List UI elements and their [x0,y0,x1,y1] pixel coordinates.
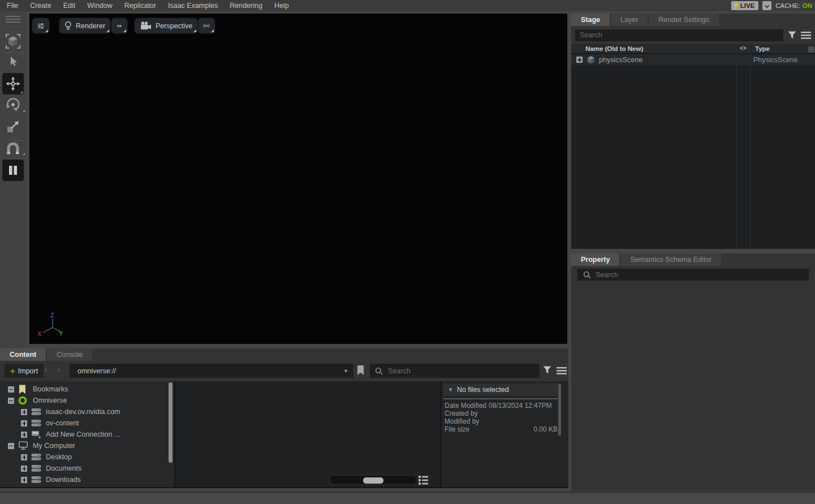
content-search-input[interactable] [370,364,540,378]
drive-icon [31,476,42,484]
tree-item-omniverse[interactable]: Omniverse [0,395,174,406]
live-button-label: LIVE [740,2,755,9]
modified-by-label: Modified by [445,417,479,425]
scale-icon [6,120,20,133]
computer-icon [18,441,29,450]
tree-item-label: Omniverse [33,397,67,404]
content-search[interactable] [370,364,540,378]
collapse-icon[interactable] [8,398,14,404]
renderer-button[interactable]: Renderer [59,18,111,34]
menu-isaac-examples[interactable]: Isaac Examples [168,2,218,10]
menu-replicator[interactable]: Replicator [124,2,156,10]
address-dropdown-icon[interactable]: ▼ [343,368,348,374]
tree-item-add-new-connection[interactable]: Add New Connection ... [0,429,174,440]
menu-edit[interactable]: Edit [63,2,76,10]
address-bar[interactable]: ▼ [70,364,353,378]
file-grid-area[interactable] [175,381,440,487]
tree-item-label: My Computer [33,442,75,450]
tree-item-downloads[interactable]: Downloads [0,474,174,485]
filter-icon[interactable] [788,31,796,39]
visibility-button[interactable] [111,18,128,34]
tab-console[interactable]: Console [47,348,92,361]
scrollbar-thumb[interactable] [558,384,561,436]
thumbnail-size-slider[interactable] [330,475,417,485]
type-column-header[interactable]: Type [755,45,770,52]
details-header[interactable]: ▼ No files selected [443,384,558,396]
expand-icon[interactable] [21,466,27,472]
broadcast-button[interactable] [197,18,215,34]
nav-back-button[interactable]: ‹ [45,364,48,374]
menu-help[interactable]: Help [274,2,289,10]
tree-item-documents[interactable]: Documents [0,463,174,474]
slider-handle[interactable] [363,477,383,484]
list-view-icon[interactable] [419,476,428,487]
toolbar-grip-handle[interactable] [0,16,26,24]
menu-create[interactable]: Create [30,2,51,10]
tree-item-bookmarks[interactable]: Bookmarks [0,384,174,395]
tab-content[interactable]: Content [0,348,46,361]
select-mode-icon[interactable] [0,33,26,50]
options-menu-icon[interactable] [557,367,567,377]
caret-down-icon: ▼ [448,387,453,393]
nav-forward-button[interactable]: › [57,364,60,374]
tab-semantics-schema-editor[interactable]: Semantics Schema Editor [620,253,721,266]
expand-icon[interactable] [21,477,27,483]
eye-icon [117,23,122,29]
stage-row-physics-scene[interactable]: physicsScene PhysicsScene [571,54,815,65]
expand-icon[interactable] [21,409,27,415]
snap-tool-button[interactable] [0,143,26,156]
visibility-column-icon[interactable] [739,45,747,52]
menu-rendering[interactable]: Rendering [230,2,262,10]
collapse-icon[interactable] [8,386,14,393]
search-icon [375,367,383,375]
camera-perspective-button[interactable]: Perspective [134,18,198,34]
property-search-input[interactable] [577,269,809,281]
pause-button[interactable] [2,160,24,181]
tree-item-partial[interactable] [0,485,174,487]
file-size-label: File size [445,425,469,433]
name-column-header[interactable]: Name (Old to New) [585,45,643,52]
server-icon [31,408,42,416]
move-tool-button[interactable] [2,73,24,94]
stage-search-input[interactable] [575,29,783,41]
tab-stage[interactable]: Stage [571,14,610,26]
menu-file[interactable]: File [7,2,18,10]
collapse-icon[interactable] [8,443,14,449]
scrollbar-nub[interactable] [808,46,814,53]
bookmark-icon[interactable] [356,365,365,378]
date-modified-label: Date Modified [445,402,486,410]
tab-render-settings[interactable]: Render Settings [649,14,719,26]
select-tool-button[interactable] [0,56,26,67]
modified-by-row: Modified by [445,417,558,425]
render-settings-button[interactable] [32,18,50,34]
expand-icon[interactable] [576,57,583,63]
rotate-tool-button[interactable] [0,96,26,113]
scale-tool-button[interactable] [0,120,26,133]
tree-item-ov-content-server[interactable]: ov-content [0,417,174,429]
import-button[interactable]: + Import [5,364,44,378]
expand-icon[interactable] [21,432,27,438]
scrollbar-thumb[interactable] [169,382,173,463]
expand-icon[interactable] [21,420,27,427]
tree-item-isaac-dev-server[interactable]: isaac-dev.ov.nvidia.com [0,406,174,417]
tree-item-label: Add New Connection ... [46,430,120,438]
prim-type: PhysicsScene [753,56,798,64]
tree-item-my-computer[interactable]: My Computer [0,440,174,451]
tab-property[interactable]: Property [571,253,619,266]
date-modified-value: 08/13/2024 12:47PM [489,402,551,410]
live-button[interactable]: LIVE [731,1,759,10]
options-menu-icon[interactable] [801,32,811,39]
expand-icon[interactable] [21,454,27,460]
live-dropdown-button[interactable] [762,1,771,10]
tree-item-desktop[interactable]: Desktop [0,451,174,463]
menu-window[interactable]: Window [87,2,112,10]
property-panel: Property Semantics Schema Editor [571,253,815,491]
import-button-label: Import [18,367,38,375]
file-details-pane: ▼ No files selected Date Modified 08/13/… [441,381,568,487]
tab-layer[interactable]: Layer [611,14,648,26]
viewport-3d[interactable]: Renderer Perspective [29,14,567,344]
address-input[interactable] [70,364,353,378]
filter-icon[interactable] [543,366,551,376]
stage-table-header: Name (Old to New) Type [571,44,815,54]
tree-item-label: Desktop [46,453,72,461]
